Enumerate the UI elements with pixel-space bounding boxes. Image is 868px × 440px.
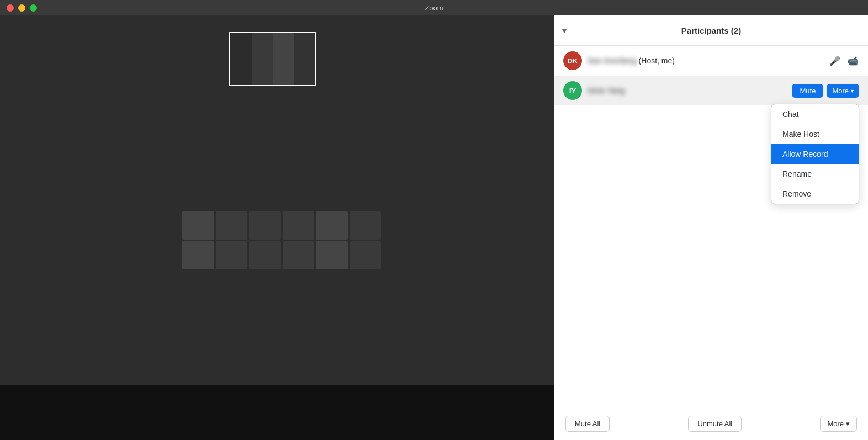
- video-content-area: [182, 211, 381, 269]
- participant-name: Dan Grenberg (Host, me): [588, 56, 823, 65]
- participant-role: (Host, me): [639, 56, 675, 65]
- microphone-icon[interactable]: 🎤: [828, 55, 841, 67]
- unmute-all-button[interactable]: Unmute All: [688, 416, 742, 432]
- sidebar-header: ▾ Participants (2): [554, 15, 868, 46]
- collapse-button[interactable]: ▾: [562, 25, 567, 36]
- participant-icons: 🎤 📹: [828, 55, 859, 67]
- dropdown-item-allow-record[interactable]: Allow Record: [771, 144, 859, 164]
- avatar-initials-iy: IY: [569, 87, 576, 95]
- footer-more-label: More: [827, 420, 844, 428]
- more-button[interactable]: More ▾: [827, 84, 859, 98]
- vc-block: [350, 211, 382, 240]
- video-thumb-inner: [230, 33, 315, 85]
- close-button[interactable]: [7, 4, 14, 12]
- vc-block: [249, 211, 281, 240]
- minimize-button[interactable]: [18, 4, 25, 12]
- main-content: ▾ Participants (2) DK Dan Grenberg (Host…: [0, 15, 868, 440]
- dropdown-item-make-host[interactable]: Make Host: [771, 124, 859, 144]
- mute-all-button[interactable]: Mute All: [565, 416, 610, 432]
- video-area: [0, 15, 554, 440]
- vc-block: [182, 211, 214, 240]
- maximize-button[interactable]: [30, 4, 37, 12]
- dropdown-item-rename[interactable]: Rename: [771, 164, 859, 184]
- chevron-down-icon: ▾: [851, 88, 854, 94]
- avatar-initials: DK: [568, 57, 578, 65]
- title-bar: Zoom: [0, 0, 868, 15]
- video-main: [0, 15, 554, 385]
- sidebar-footer: Mute All Unmute All More ▾: [554, 407, 868, 440]
- action-buttons: Mute More ▾ Chat Make Host Allow Record …: [792, 84, 859, 98]
- avatar-iy: IY: [563, 81, 582, 100]
- vc-block: [316, 241, 348, 269]
- vc-block: [182, 241, 214, 269]
- window-title: Zoom: [425, 4, 443, 12]
- video-thumbnail: [229, 32, 316, 86]
- vc-block: [350, 241, 382, 269]
- sidebar: ▾ Participants (2) DK Dan Grenberg (Host…: [554, 15, 868, 440]
- participant-name-iy-blurred: Irene Yang: [588, 86, 624, 95]
- participants-title: Participants (2): [681, 26, 741, 35]
- participant-name-iy: Irene Yang: [588, 86, 786, 95]
- vc-block: [216, 211, 248, 240]
- window-controls: [7, 4, 37, 12]
- vt-block-4: [294, 33, 316, 85]
- more-dropdown-menu: Chat Make Host Allow Record Rename Remov…: [771, 104, 859, 204]
- avatar: DK: [563, 51, 582, 70]
- dropdown-item-remove[interactable]: Remove: [771, 184, 859, 204]
- vc-block: [316, 211, 348, 240]
- participant-list: DK Dan Grenberg (Host, me) 🎤 📹 IY Irene …: [554, 46, 868, 407]
- vt-block-2: [252, 33, 273, 85]
- bottom-bar: [0, 385, 554, 440]
- more-button-container: More ▾ Chat Make Host Allow Record Renam…: [827, 84, 859, 98]
- vc-block: [249, 241, 281, 269]
- footer-more-button[interactable]: More ▾: [820, 416, 857, 432]
- vc-block: [283, 211, 315, 240]
- participant-row: DK Dan Grenberg (Host, me) 🎤 📹: [554, 46, 868, 76]
- dropdown-item-chat[interactable]: Chat: [771, 104, 859, 124]
- vt-block-1: [230, 33, 252, 85]
- vc-block: [283, 241, 315, 269]
- footer-chevron-down-icon: ▾: [846, 420, 850, 428]
- vt-block-3: [273, 33, 294, 85]
- vc-block: [216, 241, 248, 269]
- more-label: More: [832, 87, 849, 95]
- participant-row-iy: IY Irene Yang Mute More ▾ Chat: [554, 76, 868, 105]
- chevron-down-icon: ▾: [562, 26, 567, 35]
- participant-name-blurred: Dan Grenberg: [588, 56, 637, 65]
- mute-button[interactable]: Mute: [792, 84, 823, 98]
- video-icon[interactable]: 📹: [846, 55, 859, 67]
